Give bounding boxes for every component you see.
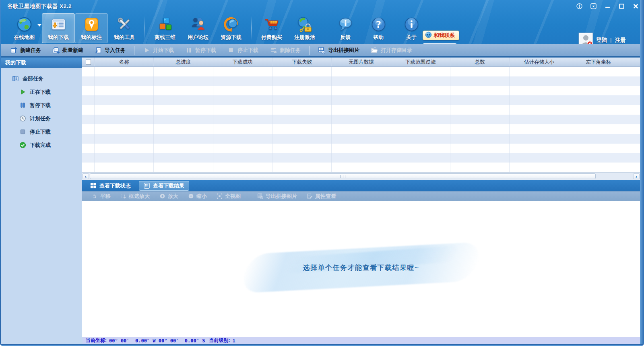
table-cell <box>272 76 331 86</box>
table-cell-checkbox <box>82 134 94 144</box>
toolbar-button-label: 关于 <box>406 34 417 41</box>
cubes-icon <box>157 15 173 33</box>
table-cell <box>509 163 568 172</box>
table-cell <box>331 95 390 105</box>
table-cell <box>509 67 568 76</box>
tray-button[interactable] <box>589 2 598 10</box>
maximize-button[interactable] <box>617 2 626 10</box>
app-window: 谷歌卫星地图下载器 X2.2 在线地图我的下载我的标注我的工具离线三维用户论坛资… <box>0 0 644 346</box>
sidebar-item-stopped[interactable]: 停止下载 <box>1 125 82 138</box>
column-header[interactable]: 总进度 <box>153 58 213 66</box>
table-cell <box>331 144 390 153</box>
table-cell <box>331 134 390 144</box>
about-icon <box>404 15 419 33</box>
toolbar-button-help[interactable]: ?帮助 <box>362 13 395 43</box>
task-button-open-storage-dir: 打开存储目录 <box>365 44 418 56</box>
column-header[interactable]: 下载失败 <box>272 58 331 66</box>
toolbar-button-paid-purchase[interactable]: 付费购买 <box>255 13 288 43</box>
task-button-new-task[interactable]: 新建任务 <box>4 44 47 56</box>
scroll-left-arrow-icon[interactable]: ‹ <box>83 173 89 179</box>
table-cell <box>153 115 213 124</box>
toolbar-button-label: 我的标注 <box>81 34 102 41</box>
table-cell <box>450 67 509 76</box>
table-cell <box>450 144 509 153</box>
column-header[interactable]: 左下角坐标 <box>569 58 628 66</box>
toolbar-button-label: 我的下载 <box>48 34 69 41</box>
select-all-cell <box>82 58 94 66</box>
toolbar-separator <box>325 16 325 40</box>
table-cell <box>569 134 628 144</box>
table-cell-checkbox <box>82 124 94 134</box>
table-cell <box>153 86 213 96</box>
start-icon <box>143 47 150 54</box>
tab-view-download-result[interactable]: 查看下载结果 <box>139 181 189 191</box>
status-grid-icon <box>90 183 96 189</box>
table-row[interactable] <box>82 163 640 172</box>
toolbar-button-resource-download[interactable]: 资源下载 <box>215 13 248 43</box>
register-link[interactable]: 注册 <box>615 37 626 44</box>
sidebar-item-paused[interactable]: 暂停下载 <box>1 99 82 112</box>
map-tool-label: 全视图 <box>225 193 241 200</box>
close-button[interactable] <box>631 2 640 10</box>
table-row[interactable] <box>82 124 640 134</box>
task-button-batch-new[interactable]: 批量新建 <box>47 44 89 56</box>
table-row[interactable] <box>82 76 640 86</box>
column-header[interactable]: 名称 <box>94 58 153 66</box>
toolbar-button-offline-3d[interactable]: 离线三维 <box>149 13 182 43</box>
info-button[interactable] <box>575 2 584 10</box>
column-header[interactable]: 下载成功 <box>213 58 272 66</box>
column-header[interactable]: 下载范围过滤 <box>391 58 450 66</box>
task-button-export-stitched-image[interactable]: 导出拼接图片 <box>312 44 365 56</box>
toolbar-button-label: 付费购买 <box>261 34 282 41</box>
contact-me-button[interactable]: 和我联系 <box>423 31 459 40</box>
scrollbar-thumb[interactable] <box>90 173 596 179</box>
table-row[interactable] <box>82 153 640 163</box>
table-row[interactable] <box>82 86 640 96</box>
dropdown-arrow-icon[interactable] <box>37 24 41 27</box>
map-tool-property-view: 属性查看 <box>302 193 341 200</box>
table-cell <box>153 134 213 144</box>
table-row[interactable] <box>82 144 640 153</box>
tab-view-download-status[interactable]: 查看下载状态 <box>85 181 136 191</box>
table-row[interactable] <box>82 95 640 105</box>
table-row[interactable] <box>82 134 640 144</box>
login-link[interactable]: 登陆 <box>596 37 607 44</box>
toolbar-button-online-map[interactable]: 在线地图 <box>6 13 42 43</box>
task-button-label: 打开存储目录 <box>381 47 412 54</box>
stopped-icon <box>19 128 26 135</box>
app-title: 谷歌卫星地图下载器 X2.2 <box>7 3 72 10</box>
table-row[interactable] <box>82 67 640 76</box>
table-row[interactable] <box>82 115 640 124</box>
table-cell-end <box>628 153 640 163</box>
minimize-button[interactable] <box>603 2 612 10</box>
sidebar-item-all-tasks[interactable]: 全部任务 <box>1 72 82 85</box>
table-cell <box>331 76 390 86</box>
toolbar-button-user-forum[interactable]: 用户论坛 <box>182 13 215 43</box>
column-header[interactable]: 无图片数据 <box>331 58 390 66</box>
scroll-right-arrow-icon[interactable]: › <box>633 173 640 179</box>
select-all-checkbox[interactable] <box>86 60 91 65</box>
table-cell <box>331 67 390 76</box>
pan-icon <box>92 193 98 199</box>
horizontal-scrollbar[interactable]: ‹ › <box>82 172 640 180</box>
toolbar-button-feedback[interactable]: 反馈 <box>329 13 362 43</box>
table-cell <box>450 115 509 124</box>
table-cell <box>450 76 509 86</box>
table-row[interactable] <box>82 105 640 115</box>
zoom-out-icon <box>188 193 194 199</box>
toolbar-button-my-annotations[interactable]: 我的标注 <box>75 13 108 43</box>
table-cell <box>569 67 628 76</box>
sidebar-item-completed[interactable]: 下载完成 <box>1 138 82 152</box>
toolbar-button-register-activate[interactable]: 注册激活 <box>288 13 321 43</box>
column-header[interactable]: 总数 <box>450 58 509 66</box>
column-header[interactable]: 估计存储大小 <box>509 58 568 66</box>
sidebar-item-downloading[interactable]: 正在下载 <box>1 85 82 99</box>
result-tab-bar: 查看下载状态查看下载结果 <box>82 180 640 191</box>
toolbar-button-my-tools[interactable]: 我的工具 <box>108 13 141 43</box>
task-button-import-task[interactable]: 导入任务 <box>89 44 131 56</box>
toolbar-button-my-downloads[interactable]: 我的下载 <box>42 13 75 43</box>
toolbar-button-label: 反馈 <box>340 34 351 41</box>
content-area: 我的下载 全部任务正在下载暂停下载计划任务停止下载下载完成 名称总进度下载成功下… <box>1 56 640 337</box>
sidebar-item-scheduled[interactable]: 计划任务 <box>1 112 82 125</box>
all-tasks-icon <box>12 75 19 82</box>
